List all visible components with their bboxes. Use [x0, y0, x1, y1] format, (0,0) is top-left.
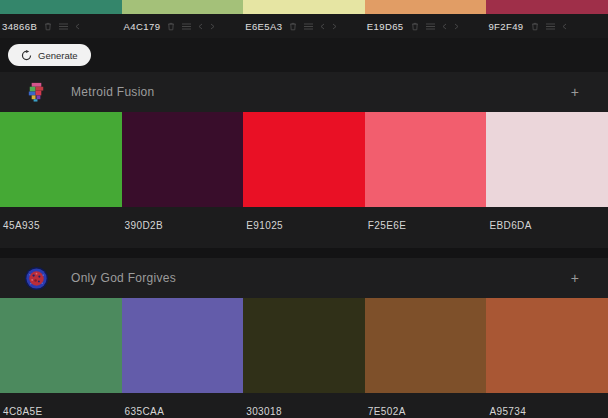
palette-card-header[interactable]: Metroid Fusion + [0, 72, 608, 112]
palette-hex-labels: 45A935 390D2B E91025 F25E6E EBD6DA [0, 207, 608, 248]
top-hex-cell: 34866B [0, 14, 122, 38]
swatch-tool-icons [411, 22, 459, 31]
chevron-left-icon[interactable] [198, 23, 203, 30]
generate-button[interactable]: Generate [8, 44, 91, 66]
hex-code[interactable]: 9F2F49 [488, 21, 523, 32]
top-hex-cell: E6E5A3 [243, 14, 365, 38]
chevron-left-icon[interactable] [320, 23, 325, 30]
trash-icon[interactable] [531, 22, 539, 31]
menu-icon[interactable] [182, 23, 191, 30]
chevron-right-icon[interactable] [332, 23, 337, 30]
top-swatch[interactable] [0, 0, 122, 14]
hex-code[interactable]: F25E6E [368, 220, 407, 231]
trash-icon[interactable] [289, 22, 297, 31]
hex-code[interactable]: EBD6DA [489, 220, 531, 231]
chevron-left-icon[interactable] [442, 23, 447, 30]
swatch-tool-icons [44, 22, 80, 31]
swatch-tool-icons [167, 22, 215, 31]
palette-swatches [0, 298, 608, 393]
top-swatch[interactable] [122, 0, 244, 14]
color-swatch[interactable] [486, 112, 608, 207]
hex-code[interactable]: 390D2B [125, 220, 164, 231]
toolbar: Generate [0, 38, 608, 72]
add-color-button[interactable]: + [567, 83, 583, 101]
hex-code[interactable]: E19D65 [367, 21, 404, 32]
color-swatch[interactable] [365, 112, 487, 207]
top-hex-cell: 9F2F49 [486, 14, 608, 38]
color-swatch[interactable] [243, 298, 365, 393]
palette-swatches [0, 112, 608, 207]
palette-app: 34866B A4C179 E6E5A3 [0, 0, 608, 418]
chevron-right-icon[interactable] [210, 23, 215, 30]
trash-icon[interactable] [167, 22, 175, 31]
only-god-forgives-thumbnail-icon [24, 266, 49, 291]
swatch-tool-icons [289, 22, 337, 31]
metroid-fusion-thumbnail-icon [24, 80, 49, 105]
color-swatch[interactable] [122, 112, 244, 207]
color-swatch[interactable] [365, 298, 487, 393]
generate-button-label: Generate [38, 50, 78, 61]
hex-code[interactable]: 635CAA [125, 406, 165, 417]
top-swatch[interactable] [243, 0, 365, 14]
hex-code[interactable]: A95734 [489, 406, 526, 417]
add-color-button[interactable]: + [567, 269, 583, 287]
color-swatch[interactable] [122, 298, 244, 393]
hex-code[interactable]: E6E5A3 [245, 21, 282, 32]
top-palette-strip [0, 0, 608, 14]
color-swatch[interactable] [0, 112, 122, 207]
chevron-left-icon[interactable] [562, 23, 567, 30]
hex-code[interactable]: 303018 [246, 406, 282, 417]
menu-icon[interactable] [426, 23, 435, 30]
color-swatch[interactable] [243, 112, 365, 207]
hex-code[interactable]: 7E502A [368, 406, 406, 417]
color-swatch[interactable] [486, 298, 608, 393]
palette-hex-labels: 4C8A5E 635CAA 303018 7E502A A95734 [0, 393, 608, 418]
menu-icon[interactable] [304, 23, 313, 30]
palette-title: Only God Forgives [71, 271, 176, 285]
menu-icon[interactable] [59, 23, 68, 30]
chevron-right-icon[interactable] [454, 23, 459, 30]
top-swatch[interactable] [486, 0, 608, 14]
palette-title: Metroid Fusion [71, 85, 155, 99]
hex-code[interactable]: A4C179 [124, 21, 161, 32]
top-palette-hex-bar: 34866B A4C179 E6E5A3 [0, 14, 608, 38]
color-swatch[interactable] [0, 298, 122, 393]
chevron-left-icon[interactable] [75, 23, 80, 30]
section-gap [0, 248, 608, 258]
swatch-tool-icons [531, 22, 567, 31]
menu-icon[interactable] [546, 23, 555, 30]
hex-code[interactable]: E91025 [246, 220, 283, 231]
top-swatch[interactable] [365, 0, 487, 14]
palette-card-header[interactable]: Only God Forgives + [0, 258, 608, 298]
top-hex-cell: A4C179 [122, 14, 244, 38]
hex-code[interactable]: 45A935 [3, 220, 40, 231]
refresh-icon [21, 50, 32, 61]
hex-code[interactable]: 4C8A5E [3, 406, 43, 417]
hex-code[interactable]: 34866B [2, 21, 37, 32]
trash-icon[interactable] [411, 22, 419, 31]
trash-icon[interactable] [44, 22, 52, 31]
top-hex-cell: E19D65 [365, 14, 487, 38]
